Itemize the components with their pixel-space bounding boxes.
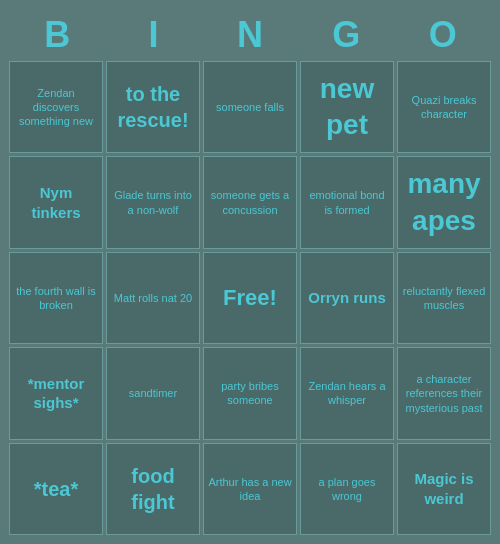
cell-r1-c1: Glade turns into a non-wolf bbox=[106, 156, 200, 248]
cell-r3-c2: party bribes someone bbox=[203, 347, 297, 439]
cell-r4-c1: food fight bbox=[106, 443, 200, 535]
cell-r3-c0: *mentor sighs* bbox=[9, 347, 103, 439]
bingo-letter-b: B bbox=[13, 14, 101, 56]
cell-r1-c0: Nym tinkers bbox=[9, 156, 103, 248]
cell-r0-c2: someone falls bbox=[203, 61, 297, 153]
cell-r1-c2: someone gets a concussion bbox=[203, 156, 297, 248]
bingo-letter-i: I bbox=[110, 14, 198, 56]
cell-r0-c1: to the rescue! bbox=[106, 61, 200, 153]
bingo-letter-n: N bbox=[206, 14, 294, 56]
cell-r0-c4: Quazi breaks character bbox=[397, 61, 491, 153]
cell-r4-c4: Magic is weird bbox=[397, 443, 491, 535]
cell-r4-c2: Arthur has a new idea bbox=[203, 443, 297, 535]
cell-r1-c4: many apes bbox=[397, 156, 491, 248]
bingo-grid: Zendan discovers something newto the res… bbox=[9, 61, 491, 535]
cell-r2-c2: Free! bbox=[203, 252, 297, 344]
cell-r4-c3: a plan goes wrong bbox=[300, 443, 394, 535]
cell-r2-c0: the fourth wall is broken bbox=[9, 252, 103, 344]
cell-r4-c0: *tea* bbox=[9, 443, 103, 535]
cell-r0-c0: Zendan discovers something new bbox=[9, 61, 103, 153]
cell-r3-c4: a character references their mysterious … bbox=[397, 347, 491, 439]
bingo-header: BINGO bbox=[9, 9, 491, 61]
bingo-letter-g: G bbox=[302, 14, 390, 56]
cell-r2-c4: reluctantly flexed muscles bbox=[397, 252, 491, 344]
cell-r1-c3: emotional bond is formed bbox=[300, 156, 394, 248]
cell-r3-c3: Zendan hears a whisper bbox=[300, 347, 394, 439]
cell-r2-c3: Orryn runs bbox=[300, 252, 394, 344]
cell-r3-c1: sandtimer bbox=[106, 347, 200, 439]
cell-r0-c3: new pet bbox=[300, 61, 394, 153]
bingo-card: BINGO Zendan discovers something newto t… bbox=[5, 5, 495, 539]
cell-r2-c1: Matt rolls nat 20 bbox=[106, 252, 200, 344]
bingo-letter-o: O bbox=[399, 14, 487, 56]
